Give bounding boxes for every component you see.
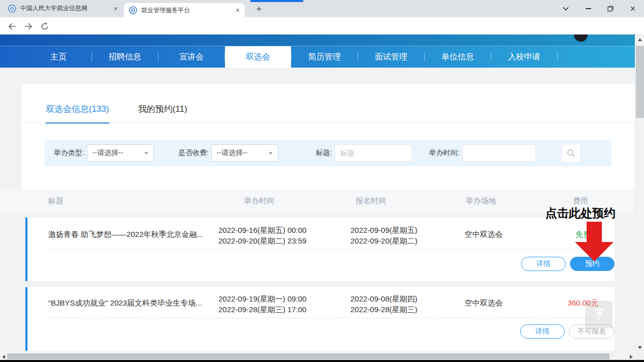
filter-bar: 举办类型: --请选择-- 是否收费: --请选择-- 标题: 举办时间: — [45, 140, 611, 166]
filter-time-input[interactable] — [462, 144, 536, 162]
reload-button[interactable] — [40, 21, 50, 32]
site-header-strip — [0, 35, 635, 46]
detail-button[interactable]: 详情 — [520, 324, 565, 339]
scroll-left-arrow-icon[interactable] — [2, 355, 5, 359]
ruc-favicon-icon — [8, 5, 16, 13]
scroll-down-arrow-icon[interactable] — [638, 346, 642, 349]
filter-title-label: 标题: — [316, 148, 332, 158]
fair-reg-time: 2022-09-09(星期五) 2022-09-20(星期二) — [350, 225, 417, 246]
filter-type-select[interactable]: --请选择-- — [87, 144, 154, 162]
col-header-host-time: 举办时间 — [244, 196, 274, 206]
nav-item-interview[interactable]: 面试管理 — [358, 46, 424, 68]
annotation-text: 点击此处预约 — [545, 205, 616, 221]
nav-item-resume[interactable]: 简历管理 — [292, 46, 358, 68]
browser-toolbar: rdjy.ruc.edu.cn/a/common/corporation/bil… — [0, 17, 644, 35]
detail-button[interactable]: 详情 — [521, 257, 566, 271]
filter-time-label: 举办时间: — [429, 148, 460, 158]
vertical-scrollbar[interactable] — [635, 35, 644, 353]
nav-divider — [557, 52, 558, 62]
arrow-up-to-line-icon — [592, 308, 605, 321]
fair-row-1: 激扬青春 助飞梦想——2022年秋季北京金融... 2022-09-16(星期五… — [25, 218, 615, 281]
fair-venue: 空中双选会 — [465, 229, 503, 239]
taskbar-edge — [0, 360, 644, 362]
back-button[interactable] — [7, 21, 17, 32]
minimize-button[interactable] — [577, 0, 599, 17]
tab-search-chevron-icon[interactable] — [555, 0, 577, 17]
nav-item-job-fair[interactable]: 双选会 — [225, 46, 291, 68]
row-divider — [48, 249, 592, 250]
tab-my-reservations[interactable]: 我的预约(11) — [138, 103, 187, 124]
browser-tab-employment-platform[interactable]: 就业管理服务平台 × — [124, 3, 245, 17]
tabs-divider — [21, 122, 635, 123]
main-nav: 主页 招聘信息 宣讲会 双选会 简历管理 面试管理 单位信息 入校申请 — [0, 46, 635, 68]
scrollbar-corner — [635, 353, 644, 360]
horizontal-scrollbar[interactable] — [0, 353, 635, 360]
browser-window: 中国人民大学就业信息网 × 就业管理服务平台 × + × — [0, 0, 644, 362]
search-icon — [567, 149, 575, 158]
nav-item-recruit-info[interactable]: 招聘信息 — [92, 46, 158, 68]
window-controls: × — [555, 0, 644, 17]
tab-title: 中国人民大学就业信息网 — [20, 4, 111, 13]
top-blue-strip — [250, 0, 303, 2]
col-header-reg-time: 报名时间 — [356, 196, 386, 206]
fair-host-time: 2022-09-19(星期一) 09:00 2022-09-28(星期三) 17… — [218, 293, 306, 315]
chevron-down-icon — [269, 152, 273, 155]
filter-fee-label: 是否收费: — [178, 148, 209, 158]
fair-title[interactable]: 激扬青春 助飞梦想——2022年秋季北京金融... — [48, 229, 203, 239]
col-header-fee: 费用 — [573, 196, 588, 206]
tab-close-icon[interactable]: × — [114, 5, 118, 13]
tab-close-icon[interactable]: × — [236, 6, 240, 14]
fair-title[interactable]: “BJBYS成功就业” 2023届文科类毕业生专场... — [48, 297, 202, 308]
row-divider — [48, 318, 592, 318]
fair-row-2: “BJBYS成功就业” 2023届文科类毕业生专场... 2022-09-19(… — [25, 287, 615, 351]
fair-venue: 空中双选会 — [465, 297, 503, 308]
forward-button[interactable] — [23, 21, 34, 32]
fair-host-time: 2022-09-16(星期五) 00:00 2022-09-20(星期二) 23… — [218, 225, 306, 246]
horizontal-scrollbar-thumb[interactable] — [7, 353, 609, 359]
scroll-right-arrow-icon[interactable] — [630, 355, 633, 359]
fair-reg-time: 2022-09-08(星期四) 2022-09-28(星期三) — [350, 293, 417, 315]
browser-tabstrip: 中国人民大学就业信息网 × 就业管理服务平台 × + × — [0, 0, 644, 17]
filter-type-label: 举办类型: — [54, 148, 84, 158]
nav-item-home[interactable]: 主页 — [25, 46, 91, 68]
page-viewport: 主页 招聘信息 宣讲会 双选会 简历管理 面试管理 单位信息 入校申请 双选会信… — [0, 35, 635, 353]
col-header-venue: 举办场地 — [466, 196, 496, 206]
nav-item-campus-apply[interactable]: 入校申请 — [491, 46, 557, 68]
annotation-arrow-icon — [575, 222, 614, 261]
filter-title-input[interactable] — [335, 144, 412, 162]
scroll-up-arrow-icon[interactable] — [638, 38, 642, 41]
tab-title: 就业管理服务平台 — [141, 6, 233, 15]
browser-tab-ruc-info[interactable]: 中国人民大学就业信息网 × — [3, 0, 123, 17]
search-button[interactable] — [561, 144, 581, 162]
col-header-title: 标题 — [48, 196, 63, 206]
restore-button[interactable] — [599, 0, 622, 17]
back-to-top-button[interactable] — [585, 301, 613, 328]
close-window-button[interactable]: × — [622, 0, 644, 17]
vertical-scrollbar-thumb[interactable] — [636, 46, 644, 118]
table-header-row: 标题 举办时间 报名时间 举办场地 费用 — [0, 189, 635, 214]
new-tab-button[interactable]: + — [253, 3, 265, 15]
nav-item-info-session[interactable]: 宣讲会 — [158, 46, 224, 68]
ruc-favicon-icon — [129, 6, 137, 14]
nav-item-employer-info[interactable]: 单位信息 — [425, 46, 491, 68]
chevron-down-icon — [144, 152, 148, 155]
fair-list-card: 双选会信息(133) 我的预约(11) 举办类型: --请选择-- 是否收费: … — [21, 84, 635, 189]
tab-fair-info[interactable]: 双选会信息(133) — [46, 103, 109, 124]
filter-fee-select[interactable]: --请选择-- — [211, 144, 278, 162]
fair-tabs: 双选会信息(133) 我的预约(11) — [46, 103, 187, 124]
